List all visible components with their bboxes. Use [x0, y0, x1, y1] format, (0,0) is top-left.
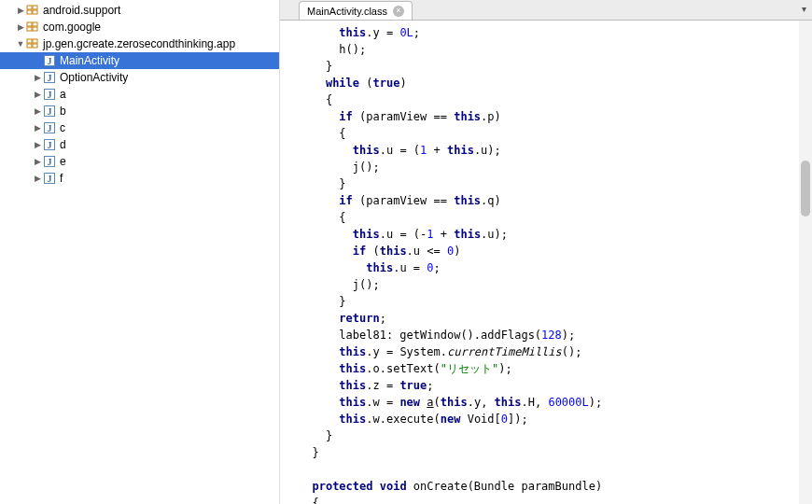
code-line: while (true) [299, 75, 812, 91]
code-line: if (paramView == this.p) [299, 108, 812, 125]
class-file-icon: J [43, 121, 56, 134]
tree-item-com-google[interactable]: ▶com.google [0, 19, 279, 35]
class-file-icon: J [43, 172, 56, 185]
disclosure-arrow-icon[interactable]: ▶ [32, 157, 43, 166]
tree-item-b[interactable]: ▶Jb [0, 103, 279, 119]
tree-item-label: a [60, 88, 66, 101]
disclosure-arrow-icon[interactable]: ▶ [32, 140, 43, 149]
tree-item-label: MainActivity [60, 54, 119, 67]
code-line: j(); [299, 159, 812, 175]
class-file-icon: J [43, 138, 56, 151]
svg-text:J: J [48, 123, 52, 133]
code-line: this.u = 0; [299, 259, 812, 276]
svg-text:J: J [48, 157, 52, 167]
class-file-icon: J [43, 88, 56, 101]
svg-text:J: J [48, 90, 52, 100]
tree-item-label: com.google [43, 21, 101, 34]
vertical-scrollbar[interactable] [799, 21, 812, 504]
class-file-icon: J [43, 71, 56, 84]
svg-rect-11 [33, 44, 37, 48]
code-line: protected void onCreate(Bundle paramBund… [299, 478, 812, 495]
tree-item-label: android.support [43, 4, 120, 17]
svg-text:J: J [48, 140, 52, 150]
svg-rect-4 [27, 22, 32, 26]
code-line [299, 461, 812, 478]
svg-rect-2 [27, 10, 32, 14]
tree-item-android-support[interactable]: ▶android.support [0, 2, 279, 19]
svg-rect-5 [33, 22, 37, 26]
code-line: } [299, 175, 812, 192]
svg-rect-8 [27, 39, 32, 43]
code-line: this.z = true; [299, 377, 812, 394]
tree-item-a[interactable]: ▶Ja [0, 86, 279, 103]
code-line: if (paramView == this.q) [299, 192, 812, 209]
code-line: if (this.u <= 0) [299, 243, 812, 259]
disclosure-arrow-icon[interactable]: ▶ [32, 90, 43, 99]
tree-item-label: e [60, 155, 66, 168]
disclosure-arrow-icon[interactable]: ▶ [32, 123, 43, 133]
tree-item-label: d [60, 138, 66, 151]
code-line: { [299, 125, 812, 142]
code-line: return; [299, 310, 812, 327]
svg-rect-9 [33, 39, 37, 43]
disclosure-arrow-icon[interactable]: ▶ [15, 6, 26, 15]
package-icon [26, 38, 39, 49]
code-line: h(); [299, 41, 812, 58]
tree-item-label: OptionActivity [60, 71, 128, 84]
tree-item-label: f [60, 172, 63, 185]
tree-item-jp-gen-gcreate-zerosecondthinking-app[interactable]: ▼jp.gen.gcreate.zerosecondthinking.app [0, 35, 279, 52]
svg-rect-10 [27, 44, 32, 48]
code-line: } [299, 427, 812, 444]
disclosure-arrow-icon[interactable]: ▶ [32, 106, 43, 116]
editor-tabbar: MainActivity.class × ▾ [280, 0, 812, 21]
svg-rect-7 [33, 27, 37, 31]
tab-mainactivity[interactable]: MainActivity.class × [299, 1, 413, 20]
scrollbar-thumb[interactable] [801, 161, 810, 217]
code-line: { [299, 209, 812, 226]
code-line: this.w.execute(new Void[0]); [299, 411, 812, 427]
disclosure-arrow-icon[interactable]: ▶ [32, 73, 43, 82]
code-line: label81: getWindow().addFlags(128); [299, 327, 812, 343]
class-file-icon: J [43, 155, 56, 168]
svg-text:J: J [48, 174, 52, 184]
svg-text:J: J [48, 106, 52, 117]
tree-item-label: b [60, 105, 66, 118]
tree-item-mainactivity[interactable]: JMainActivity [0, 52, 279, 69]
tree-item-optionactivity[interactable]: ▶JOptionActivity [0, 69, 279, 86]
code-line: } [299, 444, 812, 461]
editor-area: MainActivity.class × ▾ this.y = 0L; h();… [280, 0, 812, 504]
dropdown-icon[interactable]: ▾ [802, 4, 806, 14]
code-line: this.w = new a(this.y, this.H, 60000L); [299, 394, 812, 411]
code-line: this.u = (-1 + this.u); [299, 226, 812, 243]
code-line: this.o.setText("リセット"); [299, 360, 812, 377]
svg-rect-3 [33, 10, 37, 14]
code-line: this.y = 0L; [299, 24, 812, 41]
code-line: this.u = (1 + this.u); [299, 142, 812, 159]
disclosure-arrow-icon[interactable]: ▼ [15, 39, 26, 49]
svg-rect-1 [33, 6, 37, 9]
disclosure-arrow-icon[interactable]: ▶ [32, 174, 43, 183]
class-file-icon: J [43, 54, 56, 67]
project-tree: ▶android.support▶com.google▼jp.gen.gcrea… [0, 0, 280, 504]
close-icon[interactable]: × [393, 6, 404, 17]
svg-text:J: J [48, 73, 52, 83]
svg-text:J: J [48, 56, 52, 66]
code-line: { [299, 91, 812, 108]
disclosure-arrow-icon[interactable]: ▶ [15, 22, 26, 32]
code-line: { [299, 495, 812, 504]
class-file-icon: J [43, 105, 56, 118]
svg-rect-0 [27, 6, 32, 9]
tree-item-f[interactable]: ▶Jf [0, 170, 279, 187]
tree-item-d[interactable]: ▶Jd [0, 136, 279, 153]
code-editor[interactable]: this.y = 0L; h(); } while (true) { if (p… [280, 21, 812, 504]
tree-item-c[interactable]: ▶Jc [0, 119, 279, 136]
tree-item-label: jp.gen.gcreate.zerosecondthinking.app [43, 37, 235, 50]
package-icon [26, 21, 39, 33]
code-line: j(); [299, 276, 812, 293]
tree-item-e[interactable]: ▶Je [0, 153, 279, 170]
tree-item-label: c [60, 121, 65, 134]
package-icon [26, 5, 39, 16]
code-line: } [299, 293, 812, 310]
svg-rect-6 [27, 27, 32, 31]
tab-label: MainActivity.class [307, 6, 387, 17]
